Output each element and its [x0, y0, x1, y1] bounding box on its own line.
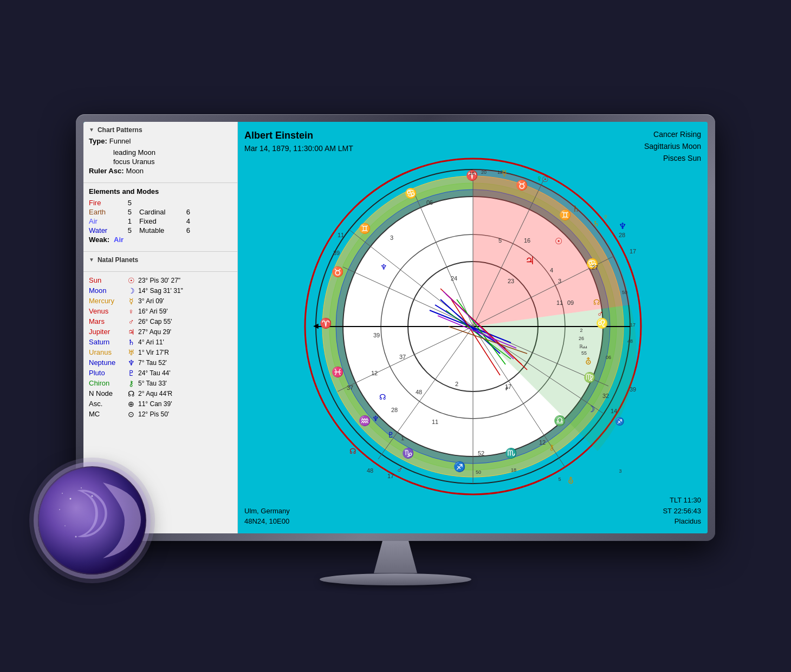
planet-symbol-pluto: ♇: [126, 369, 136, 377]
type-detail2: focus Uranus: [113, 158, 155, 166]
left-17: 17: [387, 473, 393, 479]
cardinal-label: Cardinal: [139, 208, 177, 216]
planet-degree-moon: 14° Sag 31' 31": [138, 287, 232, 295]
planet-name-asc.: Asc.: [89, 400, 124, 408]
right-28: 28: [618, 232, 625, 238]
svg-point-27: [75, 536, 77, 537]
water-label: Water: [89, 226, 119, 234]
deg-50: 50: [621, 290, 627, 295]
cusp-12b: 12: [539, 439, 545, 446]
aquarius-glyph: ♒: [359, 415, 371, 427]
libra-glyph: ♎: [554, 415, 566, 427]
weak-row: Weak: Air: [89, 236, 232, 246]
moon-sign: Sagittarius Moon: [644, 140, 701, 152]
moon-logo-svg: [38, 466, 146, 575]
house-16: 16: [523, 237, 530, 244]
monitor: Chart Patterns Type: Funnel leading Moon…: [76, 114, 715, 585]
left-28: 37: [346, 384, 353, 391]
gemini2-glyph: ♊: [359, 223, 371, 234]
deg-27: 27: [591, 264, 598, 271]
planet-name-moon: Moon: [89, 286, 124, 295]
natal-planets-header: Natal Planets: [89, 256, 232, 264]
svg-point-29: [39, 467, 145, 573]
svg-point-26: [64, 525, 66, 526]
planet-symbol-n-node: ☊: [126, 389, 136, 398]
planet-symbol-uranus: ♅: [126, 348, 136, 357]
mars-glyph-chart: ♂: [397, 465, 403, 474]
rising-sign: Cancer Rising: [644, 128, 701, 140]
chart-area: Albert Einstein Mar 14, 1879, 11:30:00 A…: [238, 122, 708, 533]
cusp-06: 06: [426, 199, 432, 206]
virgo-glyph: ♍: [583, 371, 596, 383]
planet-name-sun: Sun: [89, 276, 124, 284]
planet-symbol-mc: ⊙: [126, 410, 136, 419]
neptune-glyph-chart: ♆: [619, 221, 626, 231]
left-48: 48: [366, 467, 373, 474]
right-17: 17: [629, 248, 636, 255]
sag-bottom: ♐: [614, 417, 624, 426]
taurus2-glyph: ♉: [332, 266, 344, 278]
svg-point-22: [70, 498, 72, 499]
chart-header-right: Cancer Rising Sagittarius Moon Pisces Su…: [644, 128, 701, 165]
jupiter-glyph-chart: ♃: [525, 255, 535, 266]
cusp-06b: 06: [605, 355, 611, 360]
outer-55: 55: [581, 350, 586, 356]
house-system: Placidus: [663, 516, 701, 527]
svg-point-25: [92, 495, 93, 497]
planet-symbol-chiron: ⚷: [126, 379, 136, 388]
planet-row-asc.: Asc.⊕11° Can 39': [89, 400, 232, 408]
planet-degree-asc.: 11° Can 39': [138, 400, 232, 408]
earth-row: Earth 5 Cardinal 6: [89, 208, 232, 216]
deg-17: 17: [630, 322, 635, 328]
planet-name-saturn: Saturn: [89, 338, 124, 346]
planet-symbol-saturn: ♄: [126, 338, 136, 347]
venus-outer: ♀: [602, 213, 608, 221]
fixed-label: Fixed: [139, 217, 177, 225]
water-row: Water 5 Mutable 6: [89, 226, 232, 234]
planet-symbol-asc.: ⊕: [126, 400, 136, 408]
ac-arrow: ◄: [312, 321, 320, 330]
type-detail1-row: leading Moon: [89, 148, 232, 156]
leo-glyph: ♌: [596, 317, 608, 329]
chiron-chart: ⚷: [549, 443, 554, 452]
taurus-glyph: ♉: [516, 179, 528, 191]
planet-name-mercury: Mercury: [89, 297, 124, 305]
planet-row-chiron: Chiron⚷5° Tau 33': [89, 379, 232, 388]
planet-name-mars: Mars: [89, 317, 124, 325]
svg-point-28: [62, 493, 63, 494]
air-row: Air 1 Fixed 4: [89, 217, 232, 225]
monitor-frame: Chart Patterns Type: Funnel leading Moon…: [76, 114, 715, 541]
cusp-3b: 3: [619, 468, 621, 474]
capricorn-glyph: ♑: [402, 447, 414, 459]
planet-symbol-mars: ♂: [126, 317, 136, 326]
planet-row-uranus: Uranus♅1° Vir 17'R: [89, 348, 232, 357]
aries2-glyph: ♈: [320, 317, 332, 329]
type-row: Type: Funnel: [89, 137, 232, 147]
cusp-24: 24: [450, 275, 457, 282]
chart-footer-left: Ulm, Germany 48N24, 10E00: [244, 506, 290, 527]
neptune-left: ♆: [372, 415, 379, 423]
outer-rk44: ℝ₄₄: [579, 344, 587, 349]
deg-12: 12: [497, 169, 502, 175]
sun-glyph-chart: ☉: [555, 237, 562, 246]
node-glyph-chart: ☊: [349, 447, 356, 455]
deg-top: 18: [469, 171, 474, 176]
planet-symbol-neptune: ♆: [126, 358, 136, 367]
chart-patterns-section: Chart Patterns Type: Funnel leading Moon…: [83, 122, 237, 183]
planet-degree-venus: 16° Ari 59': [138, 308, 232, 315]
stand-base: [320, 573, 471, 585]
fire-value: 5: [121, 199, 132, 207]
planet-degree-mc: 12° Pis 50': [138, 410, 232, 418]
deg-48: 48: [627, 338, 632, 344]
house-4: 4: [549, 267, 553, 273]
air-label: Air: [89, 217, 119, 225]
planet-degree-uranus: 1° Vir 17'R: [138, 349, 232, 356]
house-09: 09: [567, 299, 573, 306]
cusp-48: 48: [415, 389, 422, 395]
cusp-12: 12: [371, 370, 377, 376]
moon-glyph-chart: ☽: [587, 404, 595, 414]
pluto-bottom-left: ♇: [387, 431, 394, 439]
planets-list: Sun☉23° Pis 30' 27"Moon☽14° Sag 31' 31"M…: [83, 272, 237, 425]
planet-symbol-jupiter: ♃: [126, 328, 136, 336]
planet-row-n-node: N Node☊2° Aqu 44'R: [89, 389, 232, 398]
